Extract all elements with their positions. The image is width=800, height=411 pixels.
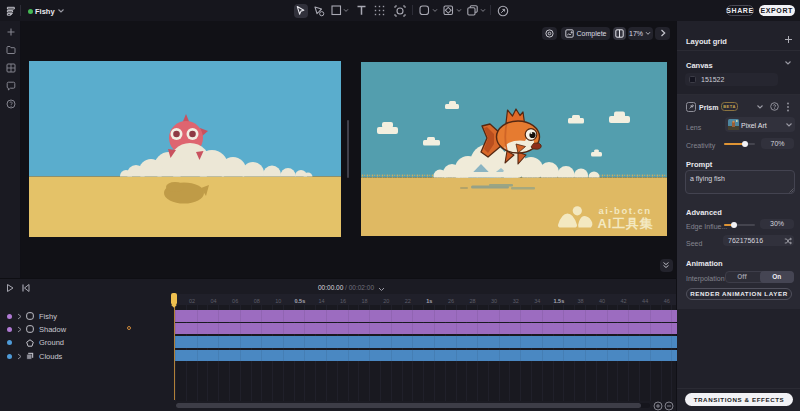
svg-text:ai-bot.cn: ai-bot.cn [598,205,651,216]
svg-text:AI工具集: AI工具集 [597,216,653,231]
